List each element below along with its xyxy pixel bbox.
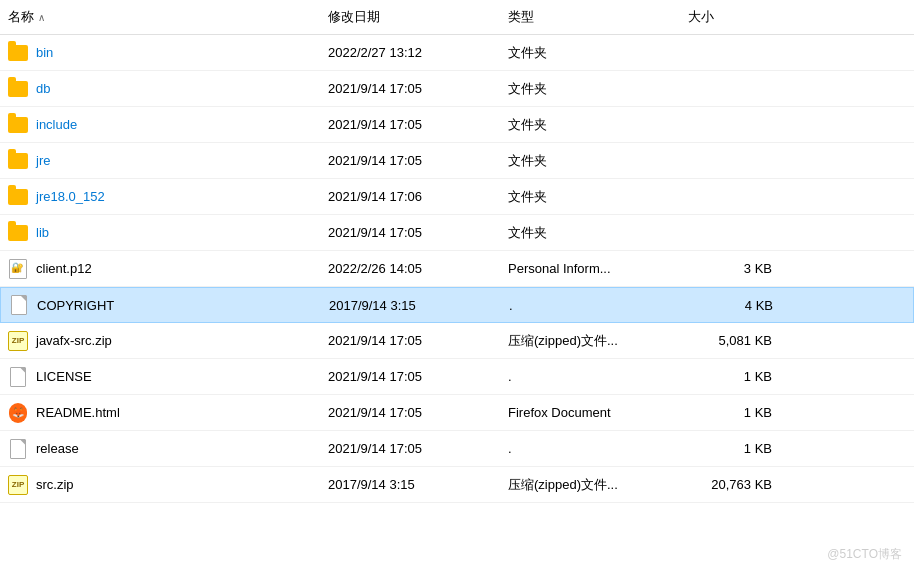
file-size xyxy=(680,49,780,57)
file-row-readme_html[interactable]: 🦊 README.html 2021/9/14 17:05 Firefox Do… xyxy=(0,395,914,431)
file-row-db[interactable]: db 2021/9/14 17:05 文件夹 xyxy=(0,71,914,107)
file-name-cell: jre18.0_152 xyxy=(0,183,320,211)
file-size: 1 KB xyxy=(680,365,780,388)
file-name-cell: lib xyxy=(0,219,320,247)
file-name-cell: LICENSE xyxy=(0,363,320,391)
folder-icon xyxy=(8,153,28,169)
cert-icon xyxy=(9,259,27,279)
col-type-label: 类型 xyxy=(508,8,534,26)
file-name-text[interactable]: src.zip xyxy=(36,477,74,492)
file-name-text[interactable]: lib xyxy=(36,225,49,240)
file-row-src_zip[interactable]: ZIP src.zip 2017/9/14 3:15 压缩(zipped)文件.… xyxy=(0,467,914,503)
file-name-cell: bin xyxy=(0,39,320,67)
file-row-client_p12[interactable]: client.p12 2022/2/26 14:05 Personal Info… xyxy=(0,251,914,287)
file-row-release[interactable]: release 2021/9/14 17:05 . 1 KB xyxy=(0,431,914,467)
file-icon xyxy=(10,439,26,459)
zip-icon: ZIP xyxy=(8,475,28,495)
file-row-license[interactable]: LICENSE 2021/9/14 17:05 . 1 KB xyxy=(0,359,914,395)
file-name-text[interactable]: bin xyxy=(36,45,53,60)
file-date: 2021/9/14 17:06 xyxy=(320,185,500,208)
file-size xyxy=(680,85,780,93)
file-name-text[interactable]: LICENSE xyxy=(36,369,92,384)
file-size xyxy=(680,157,780,165)
file-size: 3 KB xyxy=(680,257,780,280)
file-name-cell: include xyxy=(0,111,320,139)
zip-icon: ZIP xyxy=(8,331,28,351)
file-name-text[interactable]: db xyxy=(36,81,50,96)
file-name-text[interactable]: jre18.0_152 xyxy=(36,189,105,204)
file-name-cell: db xyxy=(0,75,320,103)
file-row-copyright[interactable]: COPYRIGHT 2017/9/14 3:15 . 4 KB xyxy=(0,287,914,323)
file-size: 1 KB xyxy=(680,437,780,460)
file-row-javafx_zip[interactable]: ZIP javafx-src.zip 2021/9/14 17:05 压缩(zi… xyxy=(0,323,914,359)
file-type: . xyxy=(500,437,680,460)
file-name-text[interactable]: client.p12 xyxy=(36,261,92,276)
file-size: 20,763 KB xyxy=(680,473,780,496)
file-icon-wrapper: ZIP xyxy=(8,331,28,351)
file-explorer: 名称 ∧ 修改日期 类型 大小 bin 2022/2/27 13:12 文件夹 … xyxy=(0,0,914,573)
file-type: 文件夹 xyxy=(500,220,680,246)
file-icon xyxy=(10,367,26,387)
file-name-text[interactable]: README.html xyxy=(36,405,120,420)
file-row-include[interactable]: include 2021/9/14 17:05 文件夹 xyxy=(0,107,914,143)
file-date: 2022/2/26 14:05 xyxy=(320,257,500,280)
file-name-cell: 🦊 README.html xyxy=(0,399,320,427)
file-size xyxy=(680,193,780,201)
file-type: 压缩(zipped)文件... xyxy=(500,328,680,354)
file-icon-wrapper xyxy=(8,115,28,135)
file-icon-wrapper xyxy=(9,295,29,315)
file-row-jre[interactable]: jre 2021/9/14 17:05 文件夹 xyxy=(0,143,914,179)
file-date: 2021/9/14 17:05 xyxy=(320,221,500,244)
file-icon-wrapper: 🦊 xyxy=(8,403,28,423)
file-name-text[interactable]: release xyxy=(36,441,79,456)
file-date: 2021/9/14 17:05 xyxy=(320,437,500,460)
file-icon-wrapper xyxy=(8,223,28,243)
col-name-label: 名称 xyxy=(8,8,34,26)
file-date: 2021/9/14 17:05 xyxy=(320,401,500,424)
file-type: 压缩(zipped)文件... xyxy=(500,472,680,498)
file-name-cell: COPYRIGHT xyxy=(1,291,321,319)
file-icon-wrapper xyxy=(8,43,28,63)
file-list: bin 2022/2/27 13:12 文件夹 db 2021/9/14 17:… xyxy=(0,35,914,503)
table-header: 名称 ∧ 修改日期 类型 大小 xyxy=(0,0,914,35)
file-row-bin[interactable]: bin 2022/2/27 13:12 文件夹 xyxy=(0,35,914,71)
file-size xyxy=(680,229,780,237)
file-type: 文件夹 xyxy=(500,184,680,210)
folder-icon xyxy=(8,45,28,61)
file-name-cell: jre xyxy=(0,147,320,175)
file-date: 2017/9/14 3:15 xyxy=(320,473,500,496)
file-row-lib[interactable]: lib 2021/9/14 17:05 文件夹 xyxy=(0,215,914,251)
file-icon-wrapper xyxy=(8,187,28,207)
watermark: @51CTO博客 xyxy=(827,546,902,563)
file-date: 2022/2/27 13:12 xyxy=(320,41,500,64)
col-header-date[interactable]: 修改日期 xyxy=(320,4,500,30)
file-name-cell: ZIP src.zip xyxy=(0,471,320,499)
file-name-text[interactable]: COPYRIGHT xyxy=(37,298,114,313)
file-date: 2021/9/14 17:05 xyxy=(320,77,500,100)
file-type: 文件夹 xyxy=(500,40,680,66)
sort-arrow-icon: ∧ xyxy=(38,12,45,23)
file-name-cell: client.p12 xyxy=(0,255,320,283)
col-header-name[interactable]: 名称 ∧ xyxy=(0,4,320,30)
file-name-text[interactable]: jre xyxy=(36,153,50,168)
col-date-label: 修改日期 xyxy=(328,8,380,26)
file-date: 2017/9/14 3:15 xyxy=(321,294,501,317)
file-size xyxy=(680,121,780,129)
file-icon-wrapper xyxy=(8,367,28,387)
file-name-text[interactable]: include xyxy=(36,117,77,132)
file-type: Personal Inform... xyxy=(500,257,680,280)
file-icon-wrapper: ZIP xyxy=(8,475,28,495)
file-type: 文件夹 xyxy=(500,76,680,102)
file-icon-wrapper xyxy=(8,439,28,459)
col-size-label: 大小 xyxy=(688,8,714,26)
file-type: . xyxy=(500,365,680,388)
folder-icon xyxy=(8,81,28,97)
file-size: 4 KB xyxy=(681,294,781,317)
file-name-text[interactable]: javafx-src.zip xyxy=(36,333,112,348)
file-size: 5,081 KB xyxy=(680,329,780,352)
file-name-cell: release xyxy=(0,435,320,463)
col-header-size[interactable]: 大小 xyxy=(680,4,780,30)
col-header-type[interactable]: 类型 xyxy=(500,4,680,30)
file-row-jre18[interactable]: jre18.0_152 2021/9/14 17:06 文件夹 xyxy=(0,179,914,215)
file-type: 文件夹 xyxy=(500,148,680,174)
